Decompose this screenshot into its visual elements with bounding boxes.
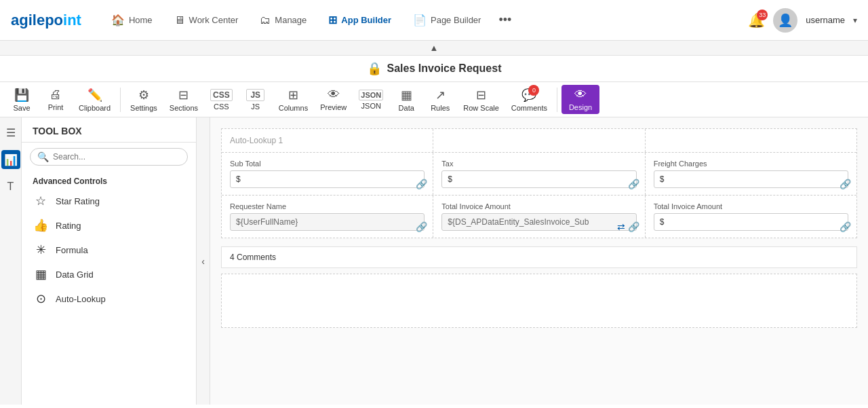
side-icon-user[interactable]: T — [1, 177, 20, 196]
css-label: CSS — [214, 103, 229, 111]
subtotal-input[interactable] — [230, 170, 425, 188]
js-button[interactable]: JS JS — [239, 86, 272, 113]
css-button[interactable]: CSS CSS — [205, 86, 238, 113]
preview-button[interactable]: 👁 Preview — [315, 85, 352, 114]
print-button[interactable]: 🖨 Print — [39, 85, 72, 114]
total1-sync-icon[interactable]: ⇄ — [617, 221, 625, 232]
logo[interactable]: agilepoint — [11, 12, 81, 29]
total1-input[interactable] — [441, 213, 636, 231]
total2-action-icon[interactable]: 🔗 — [840, 221, 851, 232]
toolbox-item-data-grid[interactable]: ▦ Data Grid — [22, 262, 196, 286]
settings-label: Settings — [130, 104, 157, 112]
nav-item-appbuilder[interactable]: ⊞ App Builder — [320, 10, 399, 31]
columns-icon: ⊞ — [288, 88, 298, 103]
toolbox-item-star-rating[interactable]: ☆ Star Rating — [22, 189, 196, 213]
nav-item-pagebuilder[interactable]: 📄 Page Builder — [405, 10, 489, 31]
tax-action-icon[interactable]: 🔗 — [628, 179, 639, 189]
comments-badge: 0 — [528, 85, 539, 96]
nav-item-manage[interactable]: 🗂 Manage — [252, 10, 315, 31]
collapse-bar[interactable]: ▲ — [0, 41, 868, 56]
chart-icon: 📊 — [4, 153, 18, 166]
autolookup-cell-2 — [433, 129, 645, 152]
notification-button[interactable]: 🔔 33 — [748, 12, 765, 29]
toolbox-label-formula: Formula — [56, 245, 88, 255]
nav-more-button[interactable]: ••• — [494, 9, 515, 31]
data-button[interactable]: ▦ Data — [390, 85, 422, 115]
preview-icon: 👁 — [328, 88, 340, 102]
user-name[interactable]: username — [806, 15, 845, 25]
rowscale-label: Row Scale — [463, 104, 499, 112]
manage-icon: 🗂 — [260, 14, 271, 26]
css-icon: CSS — [210, 89, 233, 101]
tax-input[interactable] — [441, 170, 636, 188]
autolookup-row: Auto-Lookup 1 — [222, 129, 856, 153]
nav-label-appbuilder: App Builder — [341, 15, 391, 25]
rules-button[interactable]: ↗ Rules — [424, 85, 456, 115]
form-cell-total2: Total Invoice Amount 🔗 — [646, 196, 856, 238]
form-cell-subtotal: Sub Total 🔗 — [222, 153, 433, 195]
toolbox-label-auto-lookup: Auto-Lookup — [56, 294, 106, 304]
subtotal-label: Sub Total — [230, 160, 425, 168]
total1-label: Total Invoice Amount — [441, 202, 636, 210]
requester-action-icon[interactable]: 🔗 — [416, 221, 427, 232]
print-icon: 🖨 — [50, 88, 62, 102]
auto-lookup-icon: ⊙ — [33, 291, 49, 306]
autolookup-label: Auto-Lookup 1 — [230, 136, 283, 145]
appbuilder-icon: ⊞ — [328, 14, 337, 26]
freight-action-icon[interactable]: 🔗 — [840, 179, 851, 189]
rules-icon: ↗ — [435, 88, 446, 103]
rating-icon: 👍 — [33, 218, 49, 233]
user-avatar: 👤 — [773, 8, 797, 33]
total1-action-icons: ⇄ 🔗 — [617, 221, 639, 232]
subtotal-action-icon[interactable]: 🔗 — [416, 179, 427, 189]
user-dropdown-arrow[interactable]: ▾ — [853, 16, 857, 25]
toolbox-item-auto-lookup[interactable]: ⊙ Auto-Lookup — [22, 286, 196, 311]
star-rating-icon: ☆ — [33, 193, 49, 208]
user-icon: T — [7, 181, 14, 193]
total2-input[interactable] — [654, 213, 848, 231]
columns-button[interactable]: ⊞ Columns — [273, 85, 313, 115]
side-icon-chart[interactable]: 📊 — [1, 150, 20, 169]
chevron-left-icon: ‹ — [201, 256, 205, 267]
tax-label: Tax — [441, 160, 636, 168]
form-section: Auto-Lookup 1 Sub Total 🔗 Tax 🔗 — [221, 128, 857, 238]
toolbox-search-container: 🔍 — [30, 148, 188, 166]
side-icon-list[interactable]: ☰ — [1, 123, 20, 142]
save-button[interactable]: 💾 Save — [5, 85, 38, 115]
js-icon: JS — [246, 89, 264, 101]
print-label: Print — [48, 103, 64, 111]
page-title: Sales Invoice Request — [387, 62, 502, 75]
toolbox-item-rating[interactable]: 👍 Rating — [22, 213, 196, 238]
toolbox-item-formula[interactable]: ✳ Formula — [22, 238, 196, 262]
collapse-side-button[interactable]: ‹ — [197, 117, 210, 405]
data-label: Data — [399, 104, 414, 112]
rowscale-button[interactable]: ⊟ Row Scale — [458, 85, 505, 115]
settings-button[interactable]: ⚙ Settings — [125, 85, 163, 115]
nav-item-workcenter[interactable]: 🖥 Work Center — [166, 10, 247, 31]
page-header: 🔒 Sales Invoice Request — [0, 56, 868, 82]
columns-label: Columns — [279, 104, 308, 112]
json-button[interactable]: JSON JSON — [353, 87, 389, 113]
nav-label-workcenter: Work Center — [189, 15, 239, 25]
js-label: JS — [251, 103, 260, 111]
form-row-1: Sub Total 🔗 Tax 🔗 Freight Charges 🔗 — [222, 153, 856, 196]
toolbox-section-title: Advanced Controls — [22, 171, 196, 189]
clipboard-button[interactable]: ✏️ Clipboard — [73, 85, 116, 115]
design-button[interactable]: 👁 Design — [561, 85, 599, 114]
comments-label: Comments — [511, 104, 547, 112]
clipboard-icon: ✏️ — [87, 88, 102, 103]
sections-button[interactable]: ⊟ Sections — [164, 85, 203, 115]
workcenter-icon: 🖥 — [174, 14, 185, 26]
toolbar: 💾 Save 🖨 Print ✏️ Clipboard ⚙ Settings ⊟… — [0, 82, 868, 117]
sections-icon: ⊟ — [178, 88, 189, 103]
logo-text: agilepoint — [11, 12, 81, 29]
toolbar-sep-2 — [557, 88, 557, 112]
freight-input[interactable] — [654, 170, 848, 188]
avatar-icon: 👤 — [778, 13, 793, 28]
nav-item-home[interactable]: 🏠 Home — [103, 10, 161, 31]
autolookup-cell-3 — [646, 129, 856, 152]
total1-link-icon[interactable]: 🔗 — [628, 221, 639, 232]
comments-button[interactable]: 💬 0 Comments — [506, 85, 553, 115]
search-input[interactable] — [53, 152, 180, 162]
requester-input[interactable] — [230, 213, 425, 231]
